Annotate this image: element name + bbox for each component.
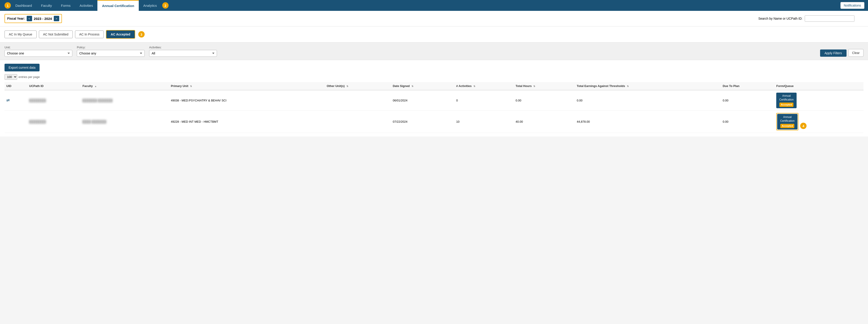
nav-bar: 1 Dashboard Faculty Forms Activities Ann…	[0, 0, 868, 11]
fiscal-next-button[interactable]: >	[54, 16, 59, 21]
col-primary-unit[interactable]: Primary Unit ⇅	[169, 82, 325, 90]
notifications-button[interactable]: Notifications	[840, 2, 864, 9]
cell-faculty: ████ ███████	[81, 110, 169, 133]
nav-item-faculty[interactable]: Faculty	[36, 0, 56, 11]
filter-policy-select[interactable]: Choose any	[77, 50, 145, 57]
filter-bar: Unit: Choose one Policy: Choose any Acti…	[0, 42, 868, 60]
cell-faculty: ███████ ███████	[81, 90, 169, 110]
search-input[interactable]	[805, 15, 855, 22]
ac-badge: Annual Certification Accepted	[777, 114, 798, 129]
cell-primary-unit: 49038 - MED:PSYCHIATRY & BEHAV SCI	[169, 90, 325, 110]
cell-other-units	[325, 110, 391, 133]
col-other-units[interactable]: Other Unit(s) ⇅	[325, 82, 391, 90]
entries-selector: 100 entries per page	[4, 74, 864, 80]
fiscal-label: Fiscal Year:	[7, 17, 25, 20]
ac-badge-line2: Certification	[778, 98, 794, 102]
cell-ucpath-id: ████████	[27, 110, 81, 133]
cell-form-queue: Annual Certification Accepted 4	[774, 110, 864, 133]
filter-activities-select[interactable]: All	[149, 50, 217, 57]
col-due-to-plan: Due To Plan	[721, 82, 774, 90]
accepted-label: Accepted	[780, 124, 794, 128]
tab-bar: AC In My Queue AC Not Submitted AC In Pr…	[0, 26, 868, 42]
nav-item-annual-certification[interactable]: Annual Certification	[97, 0, 139, 11]
ac-badge-wrapper[interactable]: Annual Certification Accepted	[776, 93, 797, 108]
cell-total-hours: 40.00	[514, 110, 575, 133]
ac-badge-line1: Annual	[779, 115, 795, 119]
search-section: Search by Name or UCPath ID:	[758, 15, 864, 22]
nav-item-analytics[interactable]: Analytics	[139, 0, 161, 11]
clear-filters-button[interactable]: Clear	[848, 49, 864, 57]
col-num-activities[interactable]: # Activities ⇅	[455, 82, 514, 90]
nav-item-dashboard[interactable]: Dashboard	[11, 0, 36, 11]
filter-unit-group: Unit: Choose one	[4, 46, 72, 57]
entries-label: entries per page	[19, 75, 40, 78]
fiscal-bar: Fiscal Year: < 2023 - 2024 > Search by N…	[0, 11, 868, 26]
col-uid: UID	[4, 82, 27, 90]
data-table: UID UCPath ID Faculty ▲ Primary Unit ⇅ O…	[4, 82, 864, 133]
fiscal-year-text: 2023 - 2024	[34, 17, 52, 21]
badge-3: 3	[138, 31, 145, 37]
uid-icon: ⇌	[6, 98, 10, 103]
badge-1: 1	[4, 2, 11, 8]
export-button[interactable]: Export current data	[4, 64, 39, 71]
cell-due-to-plan: 0.00	[721, 90, 774, 110]
col-total-hours[interactable]: Total Hours ⇅	[514, 82, 575, 90]
col-ucpath-id: UCPath ID	[27, 82, 81, 90]
ac-badge-line1: Annual	[778, 94, 794, 98]
cell-date-signed: 06/01/2024	[391, 90, 455, 110]
cell-other-units	[325, 90, 391, 110]
cell-num-activities: 10	[455, 110, 514, 133]
ac-badge-wrapper[interactable]: Annual Certification Accepted	[776, 113, 798, 130]
cell-ucpath-id: ████████	[27, 90, 81, 110]
nav-item-activities[interactable]: Activities	[75, 0, 97, 11]
ac-badge: Annual Certification Accepted	[776, 93, 797, 108]
table-row: ████████ ████ ███████ 49228 - MED INT ME…	[4, 110, 864, 133]
col-total-earnings[interactable]: Total Earnings Against Thresholds ⇅	[575, 82, 721, 90]
nav-item-forms[interactable]: Forms	[57, 0, 75, 11]
filter-policy-group: Policy: Choose any	[77, 46, 145, 57]
cell-total-earnings: 0.00	[575, 90, 721, 110]
entries-per-page-select[interactable]: 100	[4, 74, 17, 80]
cell-num-activities: 0	[455, 90, 514, 110]
cell-date-signed: 07/22/2024	[391, 110, 455, 133]
tab-accepted-wrapper: AC Accepted	[106, 30, 135, 39]
filter-unit-label: Unit:	[4, 46, 72, 49]
col-faculty[interactable]: Faculty ▲	[81, 82, 169, 90]
cell-total-earnings: 44,878.00	[575, 110, 721, 133]
cell-uid: ⇌	[4, 90, 27, 110]
cell-form-queue: Annual Certification Accepted	[774, 90, 864, 110]
cell-due-to-plan: 0.00	[721, 110, 774, 133]
apply-filters-button[interactable]: Apply Filters	[820, 50, 846, 57]
tab-in-process[interactable]: AC In Process	[75, 31, 104, 38]
cell-primary-unit: 49228 - MED INT MED - HMCTBMT	[169, 110, 325, 133]
fiscal-year-selector: Fiscal Year: < 2023 - 2024 >	[4, 14, 62, 23]
tab-not-submitted[interactable]: AC Not Submitted	[39, 31, 73, 38]
table-row: ⇌ ████████ ███████ ███████ 49038 - MED:P…	[4, 90, 864, 110]
nav-badge-2: Analytics 2	[139, 0, 168, 11]
filter-policy-label: Policy:	[77, 46, 145, 49]
fiscal-prev-button[interactable]: <	[27, 16, 32, 21]
filter-activities-label: Activities:	[149, 46, 217, 49]
nav-badge-1: 1	[4, 2, 11, 8]
tab-accepted[interactable]: AC Accepted	[106, 31, 135, 38]
accepted-label: Accepted	[779, 103, 794, 107]
filter-unit-select[interactable]: Choose one	[4, 50, 72, 57]
search-label: Search by Name or UCPath ID:	[758, 17, 803, 20]
filter-activities-group: Activities: All	[149, 46, 217, 57]
col-date-signed[interactable]: Date Signed ⇅	[391, 82, 455, 90]
cell-total-hours: 0.00	[514, 90, 575, 110]
main-content: Export current data 100 entries per page…	[0, 60, 868, 136]
ac-badge-line2: Certification	[779, 119, 795, 123]
tab-in-my-queue[interactable]: AC In My Queue	[4, 31, 37, 38]
cell-uid	[4, 110, 27, 133]
col-form-queue: Form/Queue	[774, 82, 864, 90]
badge-4: 4	[800, 123, 807, 129]
badge-2: 2	[162, 2, 168, 8]
filter-buttons: Apply Filters Clear	[820, 49, 864, 57]
